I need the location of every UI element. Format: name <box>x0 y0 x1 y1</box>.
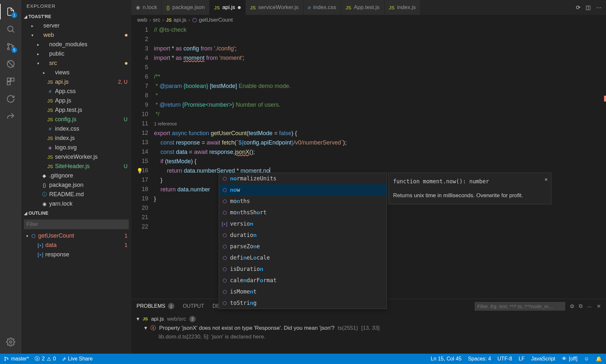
panel-filter-input[interactable] <box>475 302 565 311</box>
split-editor-icon[interactable]: ◫ <box>586 4 591 11</box>
tree-item[interactable]: {}package.json <box>21 180 131 190</box>
activity-settings-icon[interactable] <box>3 334 18 350</box>
editor-tab[interactable]: {}package.json <box>162 0 209 15</box>
tree-item[interactable]: ▾web <box>21 30 131 40</box>
activity-refresh-icon[interactable] <box>3 91 18 107</box>
tree-item[interactable]: JSapi.js2, U <box>21 77 131 87</box>
panel-tab-problems[interactable]: PROBLEMS2 <box>137 303 174 309</box>
editor-tab[interactable]: JSindex.js <box>384 0 421 15</box>
status-bell-icon[interactable]: 🔔 <box>596 356 602 362</box>
activity-scm-icon[interactable]: 5 <box>3 39 18 54</box>
activity-share-icon[interactable] <box>3 109 18 124</box>
tree-item[interactable]: #App.css <box>21 87 131 96</box>
filter-settings-icon[interactable]: ⚙ <box>570 303 574 309</box>
tree-item[interactable]: ▸server <box>21 21 131 30</box>
tree-item[interactable]: ▸node_modules <box>21 40 131 49</box>
editor-tab[interactable]: JSserviceWorker.js <box>246 0 303 15</box>
status-errors[interactable]: ⓧ2⚠0 <box>35 356 56 362</box>
tree-item[interactable]: JSserviceWorker.js <box>21 152 131 162</box>
activity-debug-icon[interactable] <box>3 56 18 72</box>
tree-item[interactable]: ◉yarn.lock <box>21 199 131 209</box>
suggest-item[interactable]: ⬡parseZone <box>219 241 387 252</box>
symbol-icon: ⬡ <box>222 174 227 183</box>
panel-tab-output[interactable]: OUTPUT <box>183 303 204 309</box>
symbol-icon: [∘] <box>37 252 44 258</box>
tree-item[interactable]: JSApp.test.js <box>21 105 131 115</box>
suggest-item[interactable]: [∘]version <box>219 218 387 230</box>
tree-item[interactable]: ▸public <box>21 49 131 59</box>
activity-explorer-icon[interactable]: 1 <box>3 4 18 19</box>
file-icon: ◆ <box>41 173 48 179</box>
file-icon: # <box>47 89 54 94</box>
symbol-icon: ⬡ <box>222 230 227 240</box>
outline-item[interactable]: ▾⬡getUserCount1 <box>21 231 131 241</box>
status-cursor[interactable]: Ln 15, Col 45 <box>431 356 461 362</box>
activity-extensions-icon[interactable] <box>3 74 18 89</box>
symbol-icon: ⬡ <box>222 276 227 285</box>
suggest-item[interactable]: ⬡monthsShort <box>219 207 387 218</box>
problems-file-row[interactable]: ▾JS api.js web/src 2 <box>137 315 601 323</box>
status-live-share[interactable]: ⇗Live Share <box>62 356 93 362</box>
compare-icon[interactable]: ⟳ <box>576 4 580 11</box>
tree-item[interactable]: #index.css <box>21 124 131 134</box>
suggest-item[interactable]: ⬡isMoment <box>219 286 387 297</box>
suggest-item[interactable]: ⬡duration <box>219 230 387 241</box>
tree-item[interactable]: ▾src <box>21 59 131 68</box>
panel-close-icon[interactable]: ✕ <box>597 303 601 309</box>
problem-row[interactable]: ▾ⓧ Property 'jsonX' does not exist on ty… <box>137 323 601 333</box>
more-icon[interactable]: ⋯ <box>596 4 601 11</box>
status-spaces[interactable]: Spaces: 4 <box>468 356 491 362</box>
editor-tab[interactable]: #index.css <box>303 0 341 15</box>
svg-point-2 <box>7 48 9 50</box>
suggest-item[interactable]: ⬡months <box>219 196 387 207</box>
close-icon[interactable]: × <box>545 175 548 184</box>
tree-item[interactable]: ◆.gitignore <box>21 171 131 180</box>
status-eol[interactable]: LF <box>519 356 525 362</box>
tree-item[interactable]: ⓘREADME.md <box>21 190 131 199</box>
status-language[interactable]: JavaScript <box>531 356 556 362</box>
section-header-project[interactable]: ◢TOAST'RE <box>21 12 131 21</box>
status-branch[interactable]: master* <box>4 356 29 362</box>
status-encoding[interactable]: UTF-8 <box>498 356 512 362</box>
suggest-item[interactable]: ⬡toString <box>219 297 387 309</box>
suggest-item[interactable]: ⬡defineLocale <box>219 252 387 263</box>
editor-tab[interactable]: JSApp.test.js <box>341 0 384 15</box>
breadcrumb[interactable]: web› src› JS api.js› ⬡ getUserCount <box>131 15 606 25</box>
minimap-error-marker[interactable] <box>604 96 606 102</box>
suggest-item[interactable]: ⬡normalizeUnits <box>219 173 387 184</box>
symbol-icon: ⬡ <box>222 197 227 206</box>
tree-item[interactable]: JSindex.js <box>21 134 131 143</box>
symbol-icon: ⬡ <box>222 298 227 308</box>
svg-rect-7 <box>7 82 10 85</box>
panel-collapse-icon[interactable]: ︿ <box>587 303 592 310</box>
suggest-item[interactable]: ⬡calendarFormat <box>219 275 387 286</box>
lightbulb-icon[interactable]: 💡 <box>137 166 143 176</box>
tree-item[interactable]: ▸views <box>21 68 131 77</box>
file-icon: JS <box>47 164 54 169</box>
tab-bar: ◉n.lock{}package.jsonJSapi.jsJSserviceWo… <box>131 0 606 15</box>
suggest-item[interactable]: ⬡now <box>219 184 387 196</box>
editor-tab[interactable]: ◉n.lock <box>131 0 162 15</box>
activity-search-icon[interactable] <box>3 21 18 37</box>
file-icon: ◈ <box>47 145 54 151</box>
panel-restore-icon[interactable]: ⧉ <box>579 303 582 309</box>
code-editor[interactable]: 12345678910111213141516171819202122 // @… <box>131 25 606 299</box>
section-header-outline[interactable]: ◢OUTLINE <box>21 209 131 218</box>
symbol-icon: ⬡ <box>222 264 227 274</box>
status-feedback-icon[interactable]: ☺ <box>584 356 589 362</box>
editor-tab[interactable]: JSapi.js <box>210 0 246 15</box>
tree-item[interactable]: JSSiteHeader.jsU <box>21 162 131 171</box>
tree-item[interactable]: JSApp.js <box>21 96 131 105</box>
outline-item[interactable]: [∘]response <box>21 250 131 259</box>
file-icon: ◉ <box>136 5 140 10</box>
method-icon: ⬡ <box>192 17 197 24</box>
suggest-widget[interactable]: ⬡normalizeUnits⬡now⬡months⬡monthsShort[∘… <box>219 173 387 309</box>
suggest-item[interactable]: ⬡isDuration <box>219 263 387 275</box>
tree-item[interactable]: JSconfig.jsU <box>21 115 131 124</box>
status-ts[interactable]: 👁[off] <box>562 356 577 362</box>
outline-item[interactable]: [∘]data1 <box>21 241 131 250</box>
svg-rect-6 <box>11 78 14 81</box>
outline-filter-input[interactable] <box>24 219 129 229</box>
sidebar: EXPLORER ◢TOAST'RE ▸server▾web▸node_modu… <box>21 0 131 354</box>
tree-item[interactable]: ◈logo.svg <box>21 143 131 152</box>
